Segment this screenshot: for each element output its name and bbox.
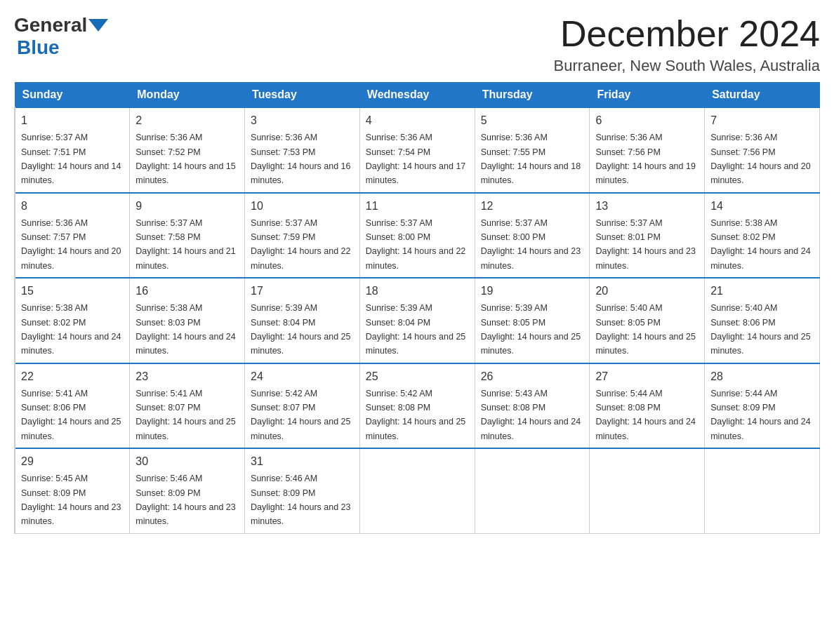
calendar-cell: 15 Sunrise: 5:38 AMSunset: 8:02 PMDaylig… — [15, 278, 130, 363]
calendar-cell: 18 Sunrise: 5:39 AMSunset: 8:04 PMDaylig… — [359, 278, 475, 363]
day-number: 27 — [595, 368, 699, 385]
day-number: 2 — [135, 112, 239, 129]
calendar-cell: 29 Sunrise: 5:45 AMSunset: 8:09 PMDaylig… — [15, 448, 130, 533]
col-header-friday: Friday — [590, 83, 705, 108]
calendar-cell: 1 Sunrise: 5:37 AMSunset: 7:51 PMDayligh… — [15, 107, 130, 193]
day-info: Sunrise: 5:46 AMSunset: 8:09 PMDaylight:… — [251, 474, 350, 526]
day-info: Sunrise: 5:38 AMSunset: 8:03 PMDaylight:… — [135, 303, 235, 356]
day-info: Sunrise: 5:44 AMSunset: 8:08 PMDaylight:… — [595, 389, 695, 441]
calendar-cell: 24 Sunrise: 5:42 AMSunset: 8:07 PMDaylig… — [245, 363, 360, 449]
day-info: Sunrise: 5:39 AMSunset: 8:04 PMDaylight:… — [251, 303, 350, 356]
day-info: Sunrise: 5:45 AMSunset: 8:09 PMDaylight:… — [21, 474, 121, 526]
day-number: 6 — [595, 112, 699, 129]
col-header-thursday: Thursday — [475, 83, 590, 108]
day-info: Sunrise: 5:36 AMSunset: 7:55 PMDaylight:… — [481, 133, 581, 185]
day-number: 3 — [251, 112, 354, 129]
calendar-cell: 2 Sunrise: 5:36 AMSunset: 7:52 PMDayligh… — [130, 107, 245, 193]
logo: General — [14, 14, 110, 36]
calendar-cell: 8 Sunrise: 5:36 AMSunset: 7:57 PMDayligh… — [15, 193, 130, 279]
day-info: Sunrise: 5:41 AMSunset: 8:07 PMDaylight:… — [135, 389, 235, 441]
day-number: 7 — [710, 112, 814, 129]
title-area: December 2024 Burraneer, New South Wales… — [554, 14, 820, 75]
col-header-sunday: Sunday — [15, 83, 130, 108]
day-info: Sunrise: 5:39 AMSunset: 8:04 PMDaylight:… — [366, 303, 465, 356]
calendar-cell — [359, 448, 475, 533]
calendar-cell: 4 Sunrise: 5:36 AMSunset: 7:54 PMDayligh… — [359, 107, 475, 193]
calendar-cell: 27 Sunrise: 5:44 AMSunset: 8:08 PMDaylig… — [590, 363, 705, 449]
calendar-week-row-3: 15 Sunrise: 5:38 AMSunset: 8:02 PMDaylig… — [15, 278, 820, 363]
day-info: Sunrise: 5:36 AMSunset: 7:56 PMDaylight:… — [595, 133, 695, 185]
calendar-cell: 23 Sunrise: 5:41 AMSunset: 8:07 PMDaylig… — [130, 363, 245, 449]
day-number: 28 — [710, 368, 814, 385]
day-info: Sunrise: 5:36 AMSunset: 7:54 PMDaylight:… — [366, 133, 465, 185]
day-info: Sunrise: 5:37 AMSunset: 8:00 PMDaylight:… — [366, 218, 465, 271]
day-info: Sunrise: 5:42 AMSunset: 8:07 PMDaylight:… — [251, 389, 350, 441]
col-header-monday: Monday — [130, 83, 245, 108]
calendar-cell: 13 Sunrise: 5:37 AMSunset: 8:01 PMDaylig… — [590, 193, 705, 279]
calendar-cell: 31 Sunrise: 5:46 AMSunset: 8:09 PMDaylig… — [245, 448, 360, 533]
day-info: Sunrise: 5:42 AMSunset: 8:08 PMDaylight:… — [366, 389, 465, 441]
day-number: 24 — [251, 368, 354, 385]
day-info: Sunrise: 5:38 AMSunset: 8:02 PMDaylight:… — [21, 303, 121, 356]
day-number: 29 — [21, 453, 124, 470]
calendar-cell: 11 Sunrise: 5:37 AMSunset: 8:00 PMDaylig… — [359, 193, 475, 279]
calendar-cell: 9 Sunrise: 5:37 AMSunset: 7:58 PMDayligh… — [130, 193, 245, 279]
calendar-week-row-1: 1 Sunrise: 5:37 AMSunset: 7:51 PMDayligh… — [15, 107, 820, 193]
day-info: Sunrise: 5:36 AMSunset: 7:53 PMDaylight:… — [251, 133, 350, 185]
day-number: 15 — [21, 283, 124, 300]
calendar-week-row-5: 29 Sunrise: 5:45 AMSunset: 8:09 PMDaylig… — [15, 448, 820, 533]
calendar-cell — [590, 448, 705, 533]
col-header-saturday: Saturday — [705, 83, 820, 108]
day-number: 4 — [366, 112, 469, 129]
day-info: Sunrise: 5:39 AMSunset: 8:05 PMDaylight:… — [481, 303, 581, 356]
day-info: Sunrise: 5:44 AMSunset: 8:09 PMDaylight:… — [710, 389, 810, 441]
day-number: 20 — [595, 283, 699, 300]
calendar-week-row-2: 8 Sunrise: 5:36 AMSunset: 7:57 PMDayligh… — [15, 193, 820, 279]
col-header-wednesday: Wednesday — [359, 83, 475, 108]
day-number: 30 — [135, 453, 239, 470]
day-number: 21 — [710, 283, 814, 300]
calendar-cell: 30 Sunrise: 5:46 AMSunset: 8:09 PMDaylig… — [130, 448, 245, 533]
day-number: 18 — [366, 283, 469, 300]
calendar-week-row-4: 22 Sunrise: 5:41 AMSunset: 8:06 PMDaylig… — [15, 363, 820, 449]
day-number: 16 — [135, 283, 239, 300]
calendar-cell: 28 Sunrise: 5:44 AMSunset: 8:09 PMDaylig… — [705, 363, 820, 449]
calendar-cell — [705, 448, 820, 533]
day-info: Sunrise: 5:43 AMSunset: 8:08 PMDaylight:… — [481, 389, 581, 441]
day-number: 19 — [481, 283, 584, 300]
day-number: 1 — [21, 112, 124, 129]
calendar-cell: 6 Sunrise: 5:36 AMSunset: 7:56 PMDayligh… — [590, 107, 705, 193]
day-number: 8 — [21, 198, 124, 215]
day-number: 13 — [595, 198, 699, 215]
logo-triangle-icon — [88, 19, 108, 32]
calendar-cell: 20 Sunrise: 5:40 AMSunset: 8:05 PMDaylig… — [590, 278, 705, 363]
day-number: 22 — [21, 368, 124, 385]
calendar-cell: 22 Sunrise: 5:41 AMSunset: 8:06 PMDaylig… — [15, 363, 130, 449]
calendar-cell: 10 Sunrise: 5:37 AMSunset: 7:59 PMDaylig… — [245, 193, 360, 279]
day-number: 5 — [481, 112, 584, 129]
month-title: December 2024 — [554, 14, 820, 54]
calendar-cell: 12 Sunrise: 5:37 AMSunset: 8:00 PMDaylig… — [475, 193, 590, 279]
calendar-cell — [475, 448, 590, 533]
day-number: 9 — [135, 198, 239, 215]
day-info: Sunrise: 5:37 AMSunset: 8:01 PMDaylight:… — [595, 218, 695, 271]
calendar-cell: 21 Sunrise: 5:40 AMSunset: 8:06 PMDaylig… — [705, 278, 820, 363]
logo-area: General Blue — [14, 14, 110, 59]
day-number: 14 — [710, 198, 814, 215]
calendar-cell: 14 Sunrise: 5:38 AMSunset: 8:02 PMDaylig… — [705, 193, 820, 279]
day-number: 11 — [366, 198, 469, 215]
day-info: Sunrise: 5:37 AMSunset: 8:00 PMDaylight:… — [481, 218, 581, 271]
calendar-cell: 25 Sunrise: 5:42 AMSunset: 8:08 PMDaylig… — [359, 363, 475, 449]
calendar-cell: 3 Sunrise: 5:36 AMSunset: 7:53 PMDayligh… — [245, 107, 360, 193]
calendar-cell: 16 Sunrise: 5:38 AMSunset: 8:03 PMDaylig… — [130, 278, 245, 363]
day-info: Sunrise: 5:36 AMSunset: 7:57 PMDaylight:… — [21, 218, 121, 271]
day-number: 12 — [481, 198, 584, 215]
calendar-cell: 5 Sunrise: 5:36 AMSunset: 7:55 PMDayligh… — [475, 107, 590, 193]
day-info: Sunrise: 5:40 AMSunset: 8:05 PMDaylight:… — [595, 303, 695, 356]
day-info: Sunrise: 5:37 AMSunset: 7:51 PMDaylight:… — [21, 133, 121, 185]
day-number: 10 — [251, 198, 354, 215]
calendar-cell: 7 Sunrise: 5:36 AMSunset: 7:56 PMDayligh… — [705, 107, 820, 193]
day-info: Sunrise: 5:37 AMSunset: 7:58 PMDaylight:… — [135, 218, 235, 271]
col-header-tuesday: Tuesday — [245, 83, 360, 108]
calendar-cell: 19 Sunrise: 5:39 AMSunset: 8:05 PMDaylig… — [475, 278, 590, 363]
